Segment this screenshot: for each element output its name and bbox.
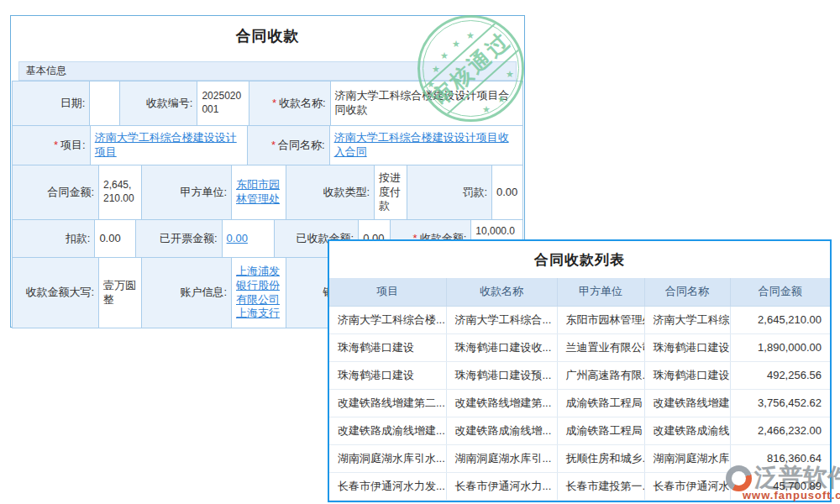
receipt-type-value: 按进度付款: [375, 165, 407, 220]
table-row: 珠海鹤港口建设 珠海鹤港口建设收... 兰迪置业有限公司 珠海鹤港口建设... …: [329, 333, 830, 361]
deduction-label: 扣款:: [13, 220, 95, 258]
star-icon: ★: [482, 105, 491, 114]
list-cell-contract-name[interactable]: 济南大学工科综...: [644, 306, 730, 333]
list-cell-contract-amount: 492,256.56: [730, 361, 830, 389]
list-cell-contract-name[interactable]: 湖南洞庭湖水库...: [644, 444, 730, 472]
list-cell-receipt-name[interactable]: 湖南洞庭湖水库引...: [446, 444, 557, 472]
list-cell-receipt-name[interactable]: 济南大学工科综合...: [446, 306, 557, 333]
receipt-no-label: 收款编号:: [120, 81, 197, 126]
list-cell-contract-name[interactable]: 改建铁路线增建...: [644, 389, 730, 417]
list-cell-contract-amount: 3,756,452.62: [730, 389, 830, 417]
list-cell-party-a: 兰迪置业有限公司: [557, 333, 644, 361]
list-cell-receipt-name[interactable]: 珠海鹤港口建设收...: [446, 333, 557, 361]
receipt-type-label: 收款类型:: [286, 165, 375, 220]
account-info-link[interactable]: 上海浦发银行股份有限公司上海支行: [232, 258, 286, 328]
star-icon: ★: [452, 39, 460, 49]
receipt-name-label: *收款名称:: [249, 81, 331, 126]
list-cell-party-a: 抚顺住房和城乡...: [557, 444, 644, 472]
star-icon: ★: [440, 51, 449, 60]
form-row-2: *项目: 济南大学工科综合楼建设设计项目 *合同名称: 济南大学工科综合楼建设设…: [13, 126, 523, 165]
list-cell-receipt-name[interactable]: 长春市伊通河水力...: [446, 472, 557, 500]
amount-in-words-value: 壹万圆整: [99, 258, 142, 328]
star-icon: ★: [427, 80, 435, 89]
star-icon: ★: [497, 95, 506, 104]
invoiced-amount-link[interactable]: 0.00: [223, 220, 275, 258]
list-cell-party-a: 成渝铁路工程局: [557, 389, 644, 417]
required-asterisk: *: [54, 139, 58, 153]
form-row-3: 合同金额: 2,645,210.00 甲方单位: 东阳市园林管理处 收款类型: …: [13, 165, 523, 220]
list-cell-contract-amount: 45,700.89: [730, 472, 830, 500]
receipt-no-value: 2025020001: [197, 81, 249, 126]
col-header-project: 项目: [329, 278, 446, 306]
table-row: 珠海鹤港口建设 珠海鹤港口建设预... 广州高速路有限... 珠海鹤港口建设 4…: [329, 361, 830, 389]
list-cell-party-a: 广州高速路有限...: [557, 361, 644, 389]
table-row: 改建铁路成渝线增建... 改建铁路成渝线增... 成渝铁路工程局 改建铁路成渝线…: [329, 417, 830, 444]
list-cell-project[interactable]: 济南大学工科综合楼...: [329, 306, 446, 333]
date-label: 日期:: [13, 81, 90, 126]
list-cell-contract-name[interactable]: 珠海鹤港口建设...: [644, 333, 730, 361]
penalty-value: 0.00: [492, 165, 523, 220]
party-a-label: 甲方单位:: [142, 165, 232, 220]
list-cell-project[interactable]: 珠海鹤港口建设: [329, 361, 446, 389]
col-header-contract-name: 合同名称: [644, 278, 730, 306]
party-a-link[interactable]: 东阳市园林管理处: [232, 165, 286, 220]
project-label-text: 项目:: [60, 139, 86, 153]
deduction-value: 0.00: [95, 220, 136, 258]
list-cell-project[interactable]: 长春市伊通河水力发...: [329, 472, 446, 500]
contract-name-label: *合同名称:: [248, 126, 329, 165]
list-header-row: 项目 收款名称 甲方单位 合同名称 合同金额: [329, 278, 830, 306]
col-header-receipt-name: 收款名称: [446, 278, 557, 306]
required-asterisk: *: [272, 97, 276, 111]
list-cell-contract-amount: 2,645,210.00: [730, 306, 830, 333]
list-cell-party-a: 成渝铁路工程局: [557, 417, 644, 444]
list-cell-contract-amount: 1,890,000.00: [730, 333, 830, 361]
account-info-label: 账户信息:: [142, 258, 232, 328]
list-cell-contract-name[interactable]: 改建铁路成渝线...: [644, 417, 730, 444]
contract-amount-value: 2,645,210.00: [99, 165, 142, 220]
date-value: [90, 81, 120, 126]
table-row: 济南大学工科综合楼... 济南大学工科综合... 东阳市园林管理处 济南大学工科…: [329, 306, 830, 333]
list-cell-contract-name[interactable]: 珠海鹤港口建设: [644, 361, 730, 389]
contract-name-label-text: 合同名称:: [278, 139, 325, 153]
table-row: 改建铁路线增建第二... 改建铁路线增建第... 成渝铁路工程局 改建铁路线增建…: [329, 389, 830, 417]
list-cell-contract-amount: 2,466,232.00: [730, 417, 830, 444]
star-icon: ★: [466, 31, 475, 40]
star-icon: ★: [506, 70, 514, 79]
required-asterisk: *: [271, 139, 276, 153]
project-label: *项目:: [13, 126, 91, 165]
contract-amount-label: 合同金额:: [13, 165, 99, 220]
list-cell-party-a: 东阳市园林管理处: [557, 306, 644, 333]
col-header-contract-amount: 合同金额: [730, 278, 830, 306]
contract-name-link[interactable]: 济南大学工科综合楼建设设计项目收入合同: [330, 126, 523, 165]
col-header-party-a: 甲方单位: [557, 278, 644, 306]
list-cell-receipt-name[interactable]: 珠海鹤港口建设预...: [446, 361, 557, 389]
invoiced-amount-label: 已开票金额:: [136, 220, 222, 258]
penalty-label: 罚款:: [407, 165, 492, 220]
list-cell-receipt-name[interactable]: 改建铁路成渝线增...: [446, 417, 557, 444]
receipt-name-label-text: 收款名称:: [279, 97, 326, 111]
star-icon: ★: [432, 65, 440, 74]
list-cell-party-a: 长春市建投第一...: [557, 472, 644, 500]
approval-stamp: 审核通过 ★ ★ ★ ★ ★ ★ ★ ★: [417, 15, 524, 122]
list-cell-project[interactable]: 湖南洞庭湖水库引水...: [329, 444, 446, 472]
screen: 合同收款 基本信息 日期: 收款编号: 2025020001 *收款名称: 济南…: [0, 0, 840, 504]
amount-in-words-label: 收款金额大写:: [13, 258, 99, 328]
list-title: 合同收款列表: [329, 241, 830, 278]
list-cell-receipt-name[interactable]: 改建铁路线增建第...: [446, 389, 557, 417]
list-cell-project[interactable]: 改建铁路成渝线增建...: [329, 417, 446, 444]
list-cell-project[interactable]: 珠海鹤港口建设: [329, 333, 446, 361]
project-link[interactable]: 济南大学工科综合楼建设设计项目: [91, 126, 249, 165]
list-cell-project[interactable]: 改建铁路线增建第二...: [329, 389, 446, 417]
table-row: 长春市伊通河水力发... 长春市伊通河水力... 长春市建投第一... 长春市伊…: [329, 472, 830, 500]
list-cell-contract-name[interactable]: 长春市伊通河水...: [644, 472, 730, 500]
